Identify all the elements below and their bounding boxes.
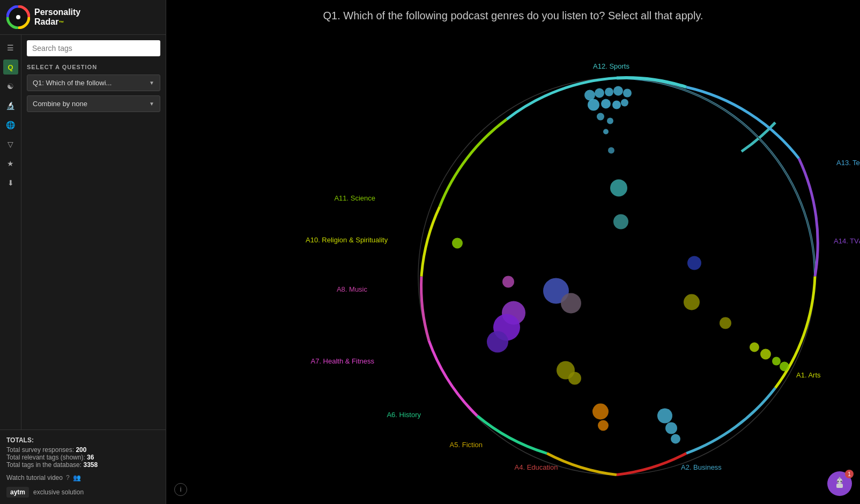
svg-point-27 — [750, 343, 759, 352]
svg-point-42 — [841, 481, 842, 483]
download-icon[interactable]: ⬇ — [3, 175, 18, 190]
icon-rail: ☰ Q ☯ 🔬 🌐 ▽ ★ ⬇ — [0, 35, 21, 429]
watch-tutorial[interactable]: Watch tutorial video ? 👥 — [6, 474, 159, 481]
sidebar-content: ☰ Q ☯ 🔬 🌐 ▽ ★ ⬇ SELECT A QUESTION Q1: Wh… — [0, 35, 166, 429]
chart-title: Q1. Which of the following podcast genre… — [166, 0, 860, 27]
svg-point-19 — [502, 276, 514, 288]
question-dropdown[interactable]: Q1: Which of the followi... ▼ — [27, 75, 160, 91]
label-a11: A11. Science — [334, 194, 375, 202]
yinyang-icon[interactable]: ☯ — [3, 79, 18, 94]
svg-point-22 — [684, 294, 700, 310]
svg-point-18 — [687, 256, 701, 270]
svg-point-7 — [623, 89, 632, 98]
label-a12: A12. Sports — [593, 62, 629, 70]
svg-point-36 — [592, 404, 609, 420]
chat-badge[interactable]: 1 — [827, 471, 852, 496]
svg-point-30 — [780, 362, 789, 372]
menu-icon[interactable]: ☰ — [3, 40, 18, 55]
main-chart-area: Q1. Which of the following podcast genre… — [166, 0, 860, 504]
svg-point-21 — [561, 293, 581, 314]
label-a7: A7. Health & Fitness — [311, 357, 375, 365]
trademark: ™ — [58, 20, 64, 26]
svg-point-13 — [607, 118, 613, 124]
label-a4: A4. Education — [515, 463, 558, 471]
question-icon[interactable]: Q — [3, 60, 18, 75]
label-a5: A5. Fiction — [450, 441, 483, 449]
svg-point-5 — [605, 88, 613, 97]
svg-point-33 — [657, 409, 672, 424]
chart-container: A12. Sports A13. Technology A14. TV& Fil… — [166, 27, 860, 504]
svg-point-29 — [772, 357, 781, 366]
dropdown-arrow: ▼ — [149, 80, 154, 86]
label-a10: A10. Religion & Spirituality — [306, 236, 388, 244]
label-a8: A8. Music — [337, 285, 368, 293]
aytm-logo: aytm — [6, 487, 29, 498]
svg-point-11 — [621, 99, 628, 107]
svg-point-28 — [760, 349, 771, 360]
info-icon[interactable]: i — [174, 483, 187, 496]
microscope-icon[interactable]: 🔬 — [3, 98, 18, 113]
logo-text: Personality Radar™ — [34, 8, 80, 27]
svg-point-14 — [603, 129, 609, 135]
label-a2: A2. Business — [681, 463, 722, 471]
totals-label: TOTALS: — [6, 436, 159, 444]
svg-point-37 — [598, 420, 609, 431]
svg-point-8 — [588, 99, 599, 111]
svg-point-38 — [452, 238, 463, 249]
aytm-bar: aytm exclusive solution — [6, 487, 159, 498]
logo-bar: Personality Radar™ — [0, 0, 166, 35]
survey-responses: Total survey responses: 200 — [6, 446, 159, 454]
radar-chart: A12. Sports A13. Technology A14. TV& Fil… — [166, 27, 860, 504]
svg-point-25 — [487, 331, 508, 353]
svg-point-35 — [671, 434, 680, 444]
section-title: SELECT A QUESTION — [27, 64, 160, 70]
star-icon[interactable]: ★ — [3, 156, 18, 171]
tags-db: Total tags in the database: 3358 — [6, 461, 159, 469]
label-a13: A13. Technology — [836, 159, 860, 167]
sidebar-footer: TOTALS: Total survey responses: 200 Tota… — [0, 429, 166, 504]
sidebar-main: SELECT A QUESTION Q1: Which of the follo… — [21, 35, 166, 429]
svg-rect-40 — [836, 484, 843, 488]
notification-dot: 1 — [845, 470, 854, 478]
svg-point-6 — [613, 86, 623, 96]
label-a6: A6. History — [387, 411, 421, 419]
search-input[interactable] — [27, 40, 160, 56]
svg-point-15 — [608, 147, 614, 154]
svg-point-2 — [16, 15, 20, 19]
svg-point-32 — [568, 372, 581, 385]
globe-icon[interactable]: 🌐 — [3, 117, 18, 132]
filter-icon[interactable]: ▽ — [3, 137, 18, 152]
label-a1: A1. Arts — [796, 371, 821, 379]
svg-point-12 — [597, 113, 604, 121]
label-a14: A14. TV& Film — [834, 237, 860, 245]
sidebar: Personality Radar™ ☰ Q ☯ 🔬 🌐 ▽ ★ ⬇ SELEC… — [0, 0, 166, 504]
svg-point-4 — [595, 88, 604, 98]
svg-point-41 — [837, 481, 839, 483]
help-icon: ? — [66, 474, 70, 481]
tags-shown: Total relevant tags (shown): 36 — [6, 454, 159, 461]
svg-point-17 — [613, 214, 628, 229]
svg-point-34 — [665, 423, 677, 434]
combine-dropdown[interactable]: Combine by none ▼ — [27, 95, 160, 112]
svg-point-10 — [612, 101, 621, 109]
agent-icon — [833, 477, 847, 491]
combine-dropdown-arrow: ▼ — [149, 101, 154, 107]
svg-point-26 — [720, 317, 731, 329]
logo-icon — [6, 5, 30, 29]
svg-point-44 — [839, 477, 841, 479]
video-icon: 👥 — [73, 474, 81, 481]
svg-point-9 — [601, 99, 611, 109]
svg-point-16 — [610, 180, 627, 197]
